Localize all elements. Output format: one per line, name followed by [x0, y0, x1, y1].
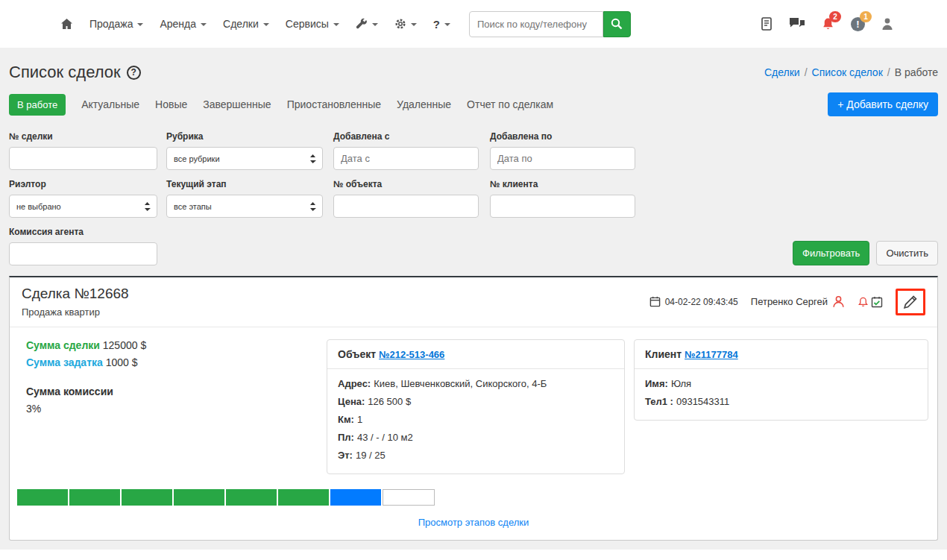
breadcrumb-link-deal-list[interactable]: Список сделок [812, 66, 883, 78]
deal-sums: Сумма сделки 125000 $ Сумма задатка 1000… [17, 339, 327, 420]
object-header-label: Объект [338, 348, 376, 360]
journal-icon [761, 17, 773, 31]
add-deal-button[interactable]: + Добавить сделку [828, 92, 938, 116]
deal-sum-row: Сумма сделки 125000 $ [26, 339, 327, 351]
stage-link-row: Просмотр этапов сделки [10, 506, 937, 540]
tab-paused[interactable]: Приостановленные [287, 98, 381, 110]
nav-menu-settings[interactable] [386, 12, 425, 36]
field-label: Эт: [338, 450, 353, 461]
nav-menu-services[interactable]: Сервисы [277, 12, 347, 36]
top-navbar: Продажа Аренда Сделки Сервисы ? [0, 0, 947, 48]
deposit-sum-label: Сумма задатка [26, 356, 103, 368]
nav-menu-tools[interactable] [347, 12, 386, 36]
reminder-bell-icon[interactable] [858, 296, 869, 308]
user-icon [881, 17, 893, 31]
client-number-link[interactable]: №21177784 [685, 349, 738, 360]
stage-segment-green [69, 489, 120, 506]
field-value: Киев, Шевченковский, Сикорского, 4-Б [374, 378, 547, 389]
deal-card: Сделка №12668 Продажа квартир 04-02-22 0… [9, 276, 938, 541]
search-bar [469, 11, 631, 37]
tab-report[interactable]: Отчет по сделкам [467, 98, 553, 110]
filter-label: Текущий этап [166, 179, 323, 189]
journal-button[interactable] [761, 17, 773, 31]
filter-added-to: Добавлена по [490, 131, 635, 170]
calendar-icon [649, 296, 661, 307]
edit-pencil-icon[interactable] [902, 294, 919, 310]
nav-left: Продажа Аренда Сделки Сервисы ? [52, 11, 631, 37]
deal-status-tabs: В работе Актуальные Новые Завершенные Пр… [9, 94, 553, 116]
calendar-check-icon[interactable] [871, 296, 883, 308]
filter-label: № клиента [490, 179, 635, 189]
stage-progress-bar[interactable] [17, 489, 435, 506]
object-card: Объект №212-513-466 Адрес:Киев, Шевченко… [327, 339, 625, 474]
deal-header: Сделка №12668 Продажа квартир 04-02-22 0… [10, 277, 937, 327]
breadcrumb-link-deals[interactable]: Сделки [764, 66, 800, 78]
spacer [26, 374, 327, 386]
home-button[interactable] [52, 12, 81, 36]
nav-menu-help[interactable]: ? [425, 12, 459, 37]
search-input[interactable] [469, 11, 603, 37]
wrench-icon [356, 18, 368, 30]
nav-menu-deals[interactable]: Сделки [215, 12, 277, 36]
search-button[interactable] [603, 11, 631, 37]
agent-person-icon[interactable] [832, 295, 845, 308]
filter-row-2: Риэлтор не выбрано Текущий этап все этап… [9, 179, 938, 218]
object-area-row: Пл:43 / - / 10 м2 [338, 432, 614, 443]
date-to-input[interactable] [490, 147, 635, 170]
field-label: Км: [338, 414, 354, 425]
edit-highlight-box [896, 289, 925, 315]
client-card: Клиент №21177784 Имя:Юля Тел1 :093154331… [634, 339, 928, 421]
filter-label: Добавлена с [333, 131, 479, 142]
commission-value: 3% [26, 403, 327, 415]
page-title: Список сделок ? [9, 63, 141, 82]
realtor-select[interactable]: не выбрано [9, 195, 157, 218]
field-value: 19 / 25 [356, 450, 386, 461]
rubric-select[interactable]: все рубрики [166, 147, 323, 170]
view-stages-link[interactable]: Просмотр этапов сделки [418, 517, 529, 528]
breadcrumb-separator: / [887, 66, 890, 78]
notifications-badge: 2 [829, 11, 841, 22]
commission-label: Сумма комиссии [26, 386, 113, 397]
deal-meta: 04-02-22 09:43:45 Петренко Сергей [649, 289, 925, 315]
chevron-down-icon [444, 23, 450, 26]
tab-new[interactable]: Новые [155, 98, 187, 110]
tab-actual[interactable]: Актуальные [81, 98, 139, 110]
chat-icon [789, 17, 805, 31]
chevron-down-icon [333, 23, 339, 26]
stage-segment-green [17, 489, 68, 506]
search-icon [611, 18, 623, 30]
nav-menu-services-label: Сервисы [286, 18, 329, 30]
profile-button[interactable] [881, 17, 893, 31]
client-card-header: Клиент №21177784 [635, 340, 928, 369]
tab-completed[interactable]: Завершенные [203, 98, 271, 110]
object-number-link[interactable]: №212-513-466 [379, 349, 444, 360]
nav-menu-sale[interactable]: Продажа [81, 12, 151, 36]
date-from-input[interactable] [333, 147, 479, 170]
question-icon: ? [433, 18, 440, 31]
client-card-body: Имя:Юля Тел1 :0931543311 [635, 369, 928, 420]
client-name-row: Имя:Юля [645, 378, 917, 389]
filter-label: Добавлена по [490, 131, 635, 142]
object-number-input[interactable] [333, 195, 479, 218]
nav-menu-rent[interactable]: Аренда [151, 12, 215, 36]
field-label: Имя: [645, 378, 668, 389]
messages-button[interactable] [789, 17, 805, 31]
notifications-button[interactable]: 2 [822, 17, 834, 31]
field-value: 126 500 $ [368, 396, 411, 407]
help-icon[interactable]: ? [127, 66, 141, 80]
field-label: Тел1 : [645, 396, 673, 407]
deal-sum-value: 125000 $ [103, 339, 146, 351]
filter-label: Комиссия агента [9, 227, 157, 237]
current-stage-select[interactable]: все этапы [166, 195, 323, 218]
page-title-text: Список сделок [9, 63, 121, 82]
deal-number-input[interactable] [9, 147, 157, 170]
filter-button[interactable]: Фильтровать [793, 241, 869, 265]
clear-button[interactable]: Очистить [876, 241, 938, 265]
tab-deleted[interactable]: Удаленные [397, 98, 451, 110]
gear-icon [394, 18, 406, 30]
tab-in-progress[interactable]: В работе [9, 94, 66, 116]
agent-commission-input[interactable] [9, 242, 157, 265]
alerts-button[interactable]: ! 1 [851, 17, 865, 31]
alerts-badge: 1 [860, 11, 872, 22]
client-number-input[interactable] [490, 195, 635, 218]
